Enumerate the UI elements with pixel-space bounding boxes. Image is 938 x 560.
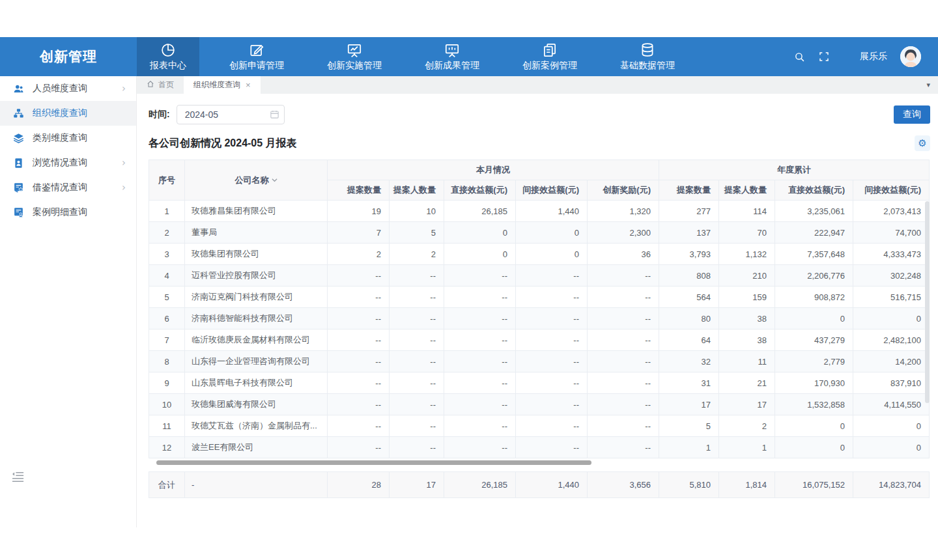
col-header: 直接效益额(元)	[775, 180, 853, 201]
row-cell: 908,872	[775, 287, 853, 308]
sidebar-item-category-dimension[interactable]: 类别维度查询	[0, 126, 136, 150]
row-cell: --	[444, 394, 516, 415]
row-cell: 21	[719, 372, 775, 394]
nav-item-report-center[interactable]: 报表中心	[137, 37, 199, 76]
row-cell: --	[444, 437, 516, 458]
row-cell: 4,114,550	[853, 394, 930, 415]
avatar[interactable]	[900, 46, 921, 67]
edit-icon	[248, 42, 265, 59]
nav-item-label: 创新成果管理	[425, 60, 479, 72]
row-cell: --	[588, 351, 659, 372]
row-no: 10	[149, 394, 185, 415]
chevron-right-icon: ›	[122, 157, 126, 169]
row-cell: 2	[328, 244, 390, 265]
col-header-no: 序号	[149, 160, 185, 201]
table-row[interactable]: 9 山东晨晖电子科技有限公司 -- -- -- -- -- 31 21 170,…	[149, 372, 930, 394]
row-cell: --	[328, 351, 390, 372]
row-cell: 277	[659, 201, 719, 222]
table-row[interactable]: 3 玫德集团有限公司 2 2 0 0 36 3,793 1,132 7,357,…	[149, 244, 930, 265]
row-cell: 14,200	[853, 351, 930, 372]
row-cell: 7	[328, 222, 390, 244]
query-button[interactable]: 查询	[894, 105, 930, 124]
nav-item-innovation-application[interactable]: 创新申请管理	[216, 37, 297, 76]
nav-item-innovation-achievement[interactable]: 创新成果管理	[412, 37, 492, 76]
main-content: 时间: 查询 各公司创新情况 2024-05 月报表 ⚙	[137, 94, 938, 527]
row-cell: --	[328, 415, 390, 437]
table-row[interactable]: 2 董事局 7 5 0 0 2,300 137 70 222,947 74,70…	[149, 222, 930, 244]
tab-org-dimension[interactable]: 组织维度查询 ×	[184, 76, 261, 94]
time-filter-input[interactable]	[177, 105, 285, 124]
topbar-right: 展乐乐	[793, 37, 938, 76]
row-cell: 3,235,061	[775, 201, 853, 222]
row-cell: 0	[444, 222, 516, 244]
row-cell: --	[444, 265, 516, 287]
sidebar-item-reference-status[interactable]: 借鉴情况查询 ›	[0, 175, 136, 200]
total-cell: 16,075,152	[775, 472, 853, 498]
time-filter-label: 时间:	[149, 109, 170, 120]
row-cell: --	[390, 351, 444, 372]
vertical-scrollbar[interactable]	[925, 201, 930, 403]
nav-item-label: 基础数据管理	[620, 60, 675, 72]
calendar-icon[interactable]	[270, 109, 279, 122]
table-row[interactable]: 11 玫德艾瓦兹（济南）金属制品有... -- -- -- -- -- 5 2 …	[149, 415, 930, 437]
tab-label: 组织维度查询	[193, 79, 240, 91]
sidebar-item-browse-status[interactable]: 浏览情况查询 ›	[0, 150, 136, 175]
row-cell: --	[588, 308, 659, 329]
fullscreen-icon[interactable]	[818, 51, 830, 63]
tab-home[interactable]: 首页	[137, 76, 184, 94]
horizontal-scrollbar[interactable]	[156, 460, 591, 465]
close-icon[interactable]: ×	[246, 80, 251, 90]
sidebar-item-case-detail[interactable]: 案例明细查询	[0, 200, 136, 225]
table-row[interactable]: 6 济南科德智能科技有限公司 -- -- -- -- -- 80 38 0 0	[149, 308, 930, 329]
row-cell: --	[390, 287, 444, 308]
total-cell: 1,814	[719, 472, 775, 498]
nav-item-base-data[interactable]: 基础数据管理	[607, 37, 688, 76]
row-company: 济南科德智能科技有限公司	[185, 308, 328, 329]
row-no: 4	[149, 265, 185, 287]
row-company: 玫德集团有限公司	[185, 244, 328, 265]
tab-list-dropdown-icon[interactable]: ▾	[926, 81, 938, 89]
col-header-company[interactable]: 公司名称	[185, 160, 328, 201]
table-row[interactable]: 10 玫德集团威海有限公司 -- -- -- -- -- 17 17 1,532…	[149, 394, 930, 415]
table-row[interactable]: 5 济南迈克阀门科技有限公司 -- -- -- -- -- 564 159 90…	[149, 287, 930, 308]
row-cell: 2	[390, 244, 444, 265]
row-no: 5	[149, 287, 185, 308]
row-company: 玫德艾瓦兹（济南）金属制品有...	[185, 415, 328, 437]
col-header: 间接效益额(元)	[853, 180, 930, 201]
row-no: 2	[149, 222, 185, 244]
table-row[interactable]: 7 临沂玫德庚辰金属材料有限公司 -- -- -- -- -- 64 38 43…	[149, 329, 930, 351]
horizontal-scrollbar-track	[149, 460, 929, 466]
table-row[interactable]: 1 玫德雅昌集团有限公司 19 10 26,185 1,440 1,320 27…	[149, 201, 930, 222]
row-cell: 1,320	[588, 201, 659, 222]
row-no: 9	[149, 372, 185, 394]
row-cell: --	[588, 265, 659, 287]
sidebar-collapse-icon[interactable]	[12, 471, 25, 483]
nav-item-innovation-implementation[interactable]: 创新实施管理	[314, 37, 395, 76]
row-company: 山东晨晖电子科技有限公司	[185, 372, 328, 394]
row-company: 济南迈克阀门科技有限公司	[185, 287, 328, 308]
gear-icon[interactable]: ⚙	[915, 135, 930, 151]
sidebar-item-org-dimension[interactable]: 组织维度查询	[0, 101, 136, 126]
row-cell: 210	[719, 265, 775, 287]
row-cell: --	[444, 308, 516, 329]
chevron-right-icon: ›	[122, 182, 126, 193]
row-cell: 170,930	[775, 372, 853, 394]
username[interactable]: 展乐乐	[860, 51, 887, 63]
row-cell: 38	[719, 308, 775, 329]
row-cell: 114	[719, 201, 775, 222]
total-company: -	[185, 472, 328, 498]
row-cell: 564	[659, 287, 719, 308]
table-row[interactable]: 12 波兰EE有限公司 -- -- -- -- -- 1 1 0 0	[149, 437, 930, 458]
sidebar-item-person-dimension[interactable]: 人员维度查询 ›	[0, 76, 136, 101]
row-cell: 302,248	[853, 265, 930, 287]
nav-item-innovation-case[interactable]: 创新案例管理	[509, 37, 590, 76]
row-cell: 0	[853, 308, 930, 329]
row-cell: 222,947	[775, 222, 853, 244]
search-icon[interactable]	[793, 51, 805, 63]
row-cell: --	[390, 437, 444, 458]
table-row[interactable]: 8 山东得一企业管理咨询有限公司 -- -- -- -- -- 32 11 2,…	[149, 351, 930, 372]
row-cell: 7,357,648	[775, 244, 853, 265]
row-cell: 74,700	[853, 222, 930, 244]
app-title: 创新管理	[0, 37, 137, 76]
table-row[interactable]: 4 迈科管业控股有限公司 -- -- -- -- -- 808 210 2,20…	[149, 265, 930, 287]
